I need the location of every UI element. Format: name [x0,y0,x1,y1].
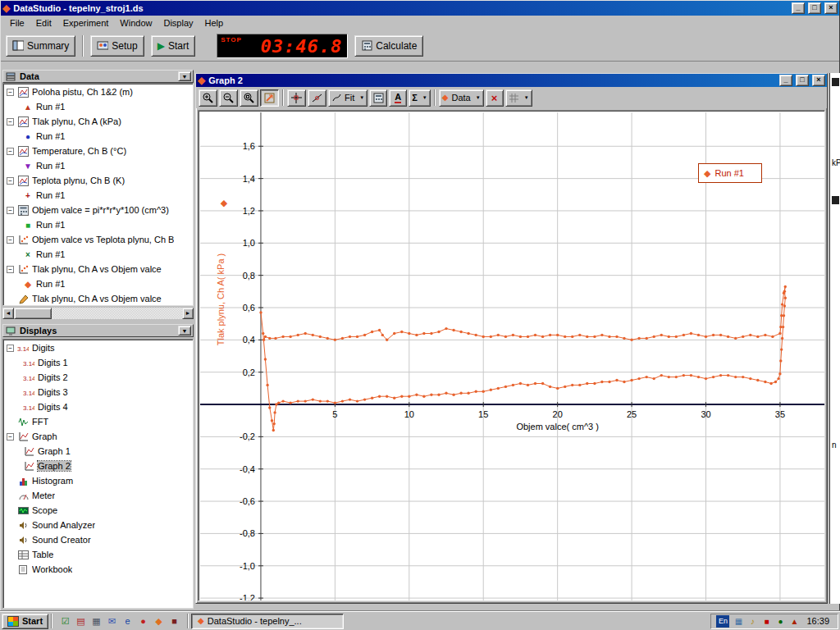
data-item-objem-valce-pi-r-r-y-100-cm-3[interactable]: −Objem valce = pi*r*r*y*100 (cm^3) [3,203,193,217]
displays-panel-title: Displays [20,326,175,336]
setup-icon [97,40,108,51]
display-item-graph-1[interactable]: Graph 1 [3,444,193,459]
expander-icon[interactable]: − [7,433,14,441]
data-item-poloha-pistu-ch-1-2-m[interactable]: −Poloha pistu, Ch 1&2 (m) [3,84,193,99]
quick-launch-8-icon[interactable]: ■ [167,614,181,628]
tray-icon-3[interactable]: ■ [760,615,772,627]
scroll-right-button[interactable]: ► [182,308,194,319]
graph-settings-dropdown[interactable]: ▼ [505,89,532,107]
text-annotation-button[interactable]: A [389,89,407,107]
quick-launch-6-icon[interactable]: ● [136,614,150,628]
data-dropdown[interactable]: ◆ Data ▼ [439,89,484,107]
data-run-temperature-ch-b-c[interactable]: ▼Run #1 [3,158,193,173]
start-button[interactable]: Start [2,614,48,629]
display-item-digits-1[interactable]: 3.14Digits 1 [3,355,193,370]
data-item-tlak-plynu-ch-a-kpa[interactable]: −Tlak plynu, Ch A (kPa) [3,114,193,129]
display-item-digits-4[interactable]: 3.14Digits 4 [3,399,193,414]
smart-tool-button[interactable] [287,89,306,107]
expander-icon[interactable]: − [7,207,14,214]
maximize-button[interactable]: □ [808,2,821,14]
tray-icon-2[interactable]: ♪ [746,615,758,627]
display-item-digits-3[interactable]: 3.14Digits 3 [3,385,193,399]
graph-calculate-button[interactable] [369,89,387,107]
data-run-tlak-plynu-ch-a-vs-objem-valce[interactable]: ◆Run #1 [3,276,193,291]
minimize-button[interactable]: _ [792,2,805,14]
graph-minimize-button[interactable]: _ [779,75,792,86]
menu-help[interactable]: Help [199,16,230,30]
remove-button[interactable]: × [486,89,504,107]
data-panel-menu-button[interactable]: ▼ [178,71,191,81]
expander-icon[interactable]: − [7,118,14,126]
display-item-digits[interactable]: −3.14Digits [3,340,193,355]
data-run-objem-valce-vs-teplota-plynu-ch-[interactable]: ×Run #1 [3,247,193,262]
display-item-table[interactable]: Table [3,547,193,562]
display-item-graph-2[interactable]: Graph 2 [3,459,193,473]
zoom-out-button[interactable] [219,89,238,107]
fit-dropdown[interactable]: Fit ▼ [328,89,368,107]
display-item-graph[interactable]: −Graph [3,429,193,444]
tray-icon-5[interactable]: ▲ [788,615,800,627]
language-indicator[interactable]: En [716,615,729,628]
display-item-fft[interactable]: FFT [3,414,193,429]
quick-launch-5-icon[interactable]: e [121,614,135,628]
zoom-in-button[interactable] [199,89,217,107]
graph-legend[interactable]: ◆ Run #1 [698,163,762,183]
display-item-digits-2[interactable]: 3.14Digits 2 [3,370,193,385]
scroll-thumb[interactable] [14,308,52,319]
expander-icon[interactable]: − [7,177,14,185]
zoom-select-button[interactable] [240,89,258,107]
menu-window[interactable]: Window [114,16,158,30]
data-run-tlak-plynu-ch-a-kpa[interactable]: ●Run #1 [3,129,193,144]
quick-launch-4-icon[interactable]: ✉ [105,614,119,628]
data-item-teplota-plynu-ch-b-k[interactable]: −Teplota plynu, Ch B (K) [3,173,193,188]
data-item-objem-valce-vs-teplota-plynu-ch-[interactable]: −Objem valce vs Teplota plynu, Ch B [3,232,193,247]
menu-file[interactable]: File [4,16,30,30]
slope-tool-button[interactable] [308,89,326,107]
display-item-meter[interactable]: Meter [3,488,193,503]
quick-launch-2-icon[interactable]: ▤ [74,614,88,628]
tray-icon-4[interactable]: ● [774,615,786,627]
statistics-dropdown[interactable]: Σ ▼ [409,89,431,107]
menu-display[interactable]: Display [158,16,199,30]
display-item-workbook[interactable]: Workbook [3,562,193,577]
summary-button[interactable]: Summary [6,35,75,57]
scroll-track[interactable] [14,308,182,319]
pv-diagram-chart[interactable]: 1,61,41,21,00,80,60,40,2-0,2-0,4-0,6-0,8… [199,111,825,601]
calculate-button[interactable]: Calculate [354,35,423,57]
data-item-tlak-plynu-ch-a-vs-objem-valce[interactable]: Tlak plynu, Ch A vs Objem valce [3,291,193,306]
data-item-temperature-ch-b-c[interactable]: −Temperature, Ch B (°C) [3,144,193,158]
digits-icon: 3.14 [23,372,34,383]
menu-experiment[interactable]: Experiment [57,16,115,30]
meter-icon [17,491,29,501]
quick-launch-7-icon[interactable]: ◆ [152,614,166,628]
data-run-poloha-pistu-ch-1-2-m[interactable]: ▲Run #1 [3,99,193,114]
graph-maximize-button[interactable]: □ [796,75,809,86]
expander-icon[interactable]: − [7,236,14,244]
tray-icon-1[interactable]: ▦ [733,615,744,627]
close-button[interactable]: × [824,2,838,14]
measurement-icon [17,176,29,186]
expander-icon[interactable]: − [7,148,14,155]
displays-panel-menu-button[interactable]: ▼ [178,326,191,336]
data-item-tlak-plynu-ch-a-vs-objem-valce[interactable]: −Tlak plynu, Ch A vs Objem valce [3,262,193,276]
quick-launch-3-icon[interactable]: ▦ [89,614,103,628]
data-run-objem-valce-pi-r-r-y-100-cm-3[interactable]: ■Run #1 [3,217,193,232]
graph-close-button[interactable]: × [812,75,825,86]
display-item-sound-analyzer[interactable]: Sound Analyzer [3,518,193,532]
taskbar-task-datastudio[interactable]: ◆ DataStudio - tepelny_... [191,614,344,629]
expander-icon[interactable]: − [7,345,14,352]
data-tree-hscrollbar[interactable]: ◄ ► [2,308,194,319]
display-item-scope[interactable]: Scope [3,503,193,518]
graph-plot-area[interactable]: 1,61,41,21,00,80,60,40,2-0,2-0,4-0,6-0,8… [198,110,825,601]
expander-icon[interactable]: − [7,89,14,96]
expander-icon[interactable]: − [7,266,14,273]
setup-button[interactable]: Setup [90,35,144,57]
display-item-sound-creator[interactable]: Sound Creator [3,532,193,547]
scroll-left-button[interactable]: ◄ [2,308,14,319]
quick-launch-1-icon[interactable]: ☑ [58,614,72,628]
display-item-histogram[interactable]: Histogram [3,473,193,488]
scale-to-fit-button[interactable] [260,89,279,107]
start-experiment-button[interactable]: ▶ Start [151,35,196,57]
data-run-teplota-plynu-ch-b-k[interactable]: +Run #1 [3,188,193,203]
menu-edit[interactable]: Edit [30,16,57,30]
